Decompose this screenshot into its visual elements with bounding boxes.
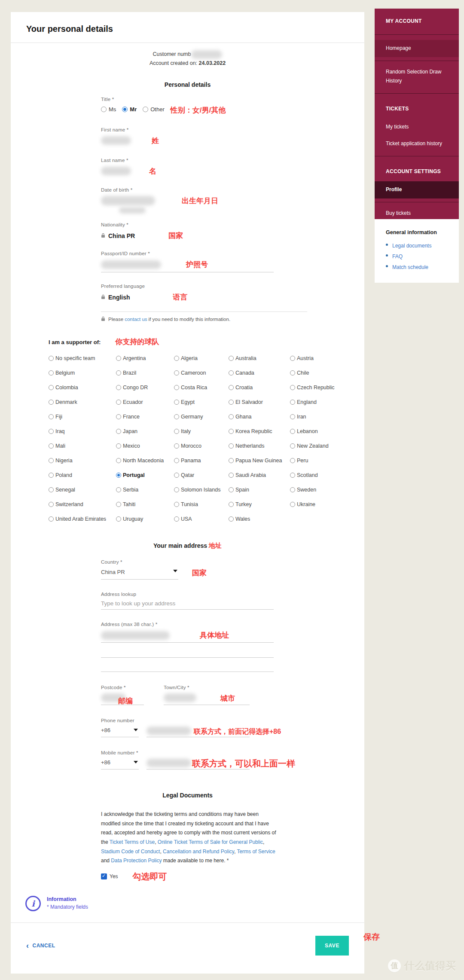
team-option-iran[interactable]: Iran [290,414,364,420]
team-option-morocco[interactable]: Morocco [174,443,229,449]
team-option-wales[interactable]: Wales [229,516,290,522]
cancel-button[interactable]: ‹ CANCEL [26,942,55,949]
sidebar-item-ticket-application-history[interactable]: Ticket application history [375,135,459,153]
save-button[interactable]: SAVE [315,936,349,956]
address-lookup-underline[interactable] [101,609,274,610]
team-option-mali[interactable]: Mali [49,443,116,449]
team-option-cameroon[interactable]: Cameroon [174,370,229,376]
team-option-australia[interactable]: Australia [229,355,290,361]
town-underline[interactable] [164,705,250,705]
address-line2-input[interactable] [101,657,274,658]
title-option-other[interactable]: Other [143,106,165,113]
team-option-papua-new-guinea[interactable]: Papua New Guinea [229,458,290,464]
team-option-poland[interactable]: Poland [49,472,116,478]
team-option-switzerland[interactable]: Switzerland [49,501,116,507]
legal-link-terms-of-service[interactable]: Terms of Service [237,849,275,855]
dob-redacted[interactable] [101,196,155,205]
team-option-ukraine[interactable]: Ukraine [290,501,364,507]
team-option-iraq[interactable]: Iraq [49,428,116,434]
team-option-united-arab-emirates[interactable]: United Arab Emirates [49,516,116,522]
team-option-ghana[interactable]: Ghana [229,414,290,420]
team-option-italy[interactable]: Italy [174,428,229,434]
general-info-link-legal-documents[interactable]: Legal documents [392,243,431,249]
team-option-czech-republic[interactable]: Czech Republic [290,385,364,391]
team-option-no-specific-team[interactable]: No specific team [49,355,116,361]
team-option-saudi-arabia[interactable]: Saudi Arabia [229,472,290,478]
sidebar-item-homepage[interactable]: Homepage [375,40,459,57]
team-option-serbia[interactable]: Serbia [116,487,174,493]
team-option-ecuador[interactable]: Ecuador [116,399,174,405]
first-name-redacted[interactable] [101,136,131,145]
general-info-link-faq[interactable]: FAQ [392,253,403,260]
sidebar-item-my-tickets[interactable]: My tickets [375,119,459,136]
legal-link-data-protection-policy[interactable]: Data Protection Policy [111,858,162,864]
address-lookup-input[interactable]: Type to look up your address [101,600,175,607]
team-option-portugal[interactable]: Portugal [116,472,174,478]
annotation-title: 性别：女/男/其他 [171,105,226,115]
team-option-new-zealand[interactable]: New Zealand [290,443,364,449]
legal-link-stadium-code-of-conduct[interactable]: Stadium Code of Conduct [101,849,160,855]
team-option-tunisia[interactable]: Tunisia [174,501,229,507]
team-option-belgium[interactable]: Belgium [49,370,116,376]
team-option-nigeria[interactable]: Nigeria [49,458,116,464]
team-option-austria[interactable]: Austria [290,355,364,361]
team-option-north-macedonia[interactable]: North Macedonia [116,458,174,464]
team-option-uruguay[interactable]: Uruguay [116,516,174,522]
passport-input-underline[interactable] [101,272,274,272]
address-input-underline[interactable] [101,642,274,643]
team-option-panama[interactable]: Panama [174,458,229,464]
team-option-argentina[interactable]: Argentina [116,355,174,361]
nationality-field: Nationality * China PR 国家 [101,222,290,241]
team-option-el-salvador[interactable]: El Salvador [229,399,290,405]
team-option-turkey[interactable]: Turkey [229,501,290,507]
team-option-qatar[interactable]: Qatar [174,472,229,478]
address-redacted[interactable] [101,631,170,640]
team-option-usa[interactable]: USA [174,516,229,522]
team-option-japan[interactable]: Japan [116,428,174,434]
team-option-netherlands[interactable]: Netherlands [229,443,290,449]
team-option-spain[interactable]: Spain [229,487,290,493]
team-option-korea-republic[interactable]: Korea Republic [229,428,290,434]
address-line3-input[interactable] [101,672,274,672]
checkbox-checked-icon[interactable] [101,873,107,879]
town-redacted[interactable] [164,693,196,702]
legal-link-ticket-terms-of-use[interactable]: Ticket Terms of Use [110,839,155,845]
team-option-germany[interactable]: Germany [174,414,229,420]
last-name-redacted[interactable] [101,167,131,175]
sidebar-item-profile[interactable]: Profile [375,181,459,198]
team-option-peru[interactable]: Peru [290,458,364,464]
team-option-egypt[interactable]: Egypt [174,399,229,405]
country-select[interactable]: China PR 国家 [101,568,178,580]
team-option-algeria[interactable]: Algeria [174,355,229,361]
team-option-congo-dr[interactable]: Congo DR [116,385,174,391]
legal-link-cancellation-and-refund-policy[interactable]: Cancellation and Refund Policy [163,849,234,855]
team-option-fiji[interactable]: Fiji [49,414,116,420]
team-option-scotland[interactable]: Scotland [290,472,364,478]
team-option-tahiti[interactable]: Tahiti [116,501,174,507]
general-info-link-match-schedule[interactable]: Match schedule [392,264,428,270]
legal-link-online-ticket-terms-of-sale-for-general-public[interactable]: Online Ticket Terms of Sale for General … [158,839,263,845]
team-option-brazil[interactable]: Brazil [116,370,174,376]
phone-code-select[interactable]: +86 [101,727,139,737]
mobile-code-select[interactable]: +86 [101,759,139,769]
team-option-colombia[interactable]: Colombia [49,385,116,391]
team-option-france[interactable]: France [116,414,174,420]
radio-icon [229,502,234,507]
title-option-mr[interactable]: Mr [122,106,137,113]
team-option-sweden[interactable]: Sweden [290,487,364,493]
team-option-costa-rica[interactable]: Costa Rica [174,385,229,391]
team-option-chile[interactable]: Chile [290,370,364,376]
team-option-denmark[interactable]: Denmark [49,399,116,405]
team-option-mexico[interactable]: Mexico [116,443,174,449]
team-option-canada[interactable]: Canada [229,370,290,376]
sidebar-item-random-selection-draw-history[interactable]: Random Selection Draw History [375,64,459,90]
team-option-senegal[interactable]: Senegal [49,487,116,493]
contact-us-link[interactable]: contact us [125,317,147,322]
team-option-england[interactable]: England [290,399,364,405]
passport-redacted[interactable] [101,260,161,269]
team-option-lebanon[interactable]: Lebanon [290,428,364,434]
team-option-solomon-islands[interactable]: Solomon Islands [174,487,229,493]
title-option-ms[interactable]: Ms [101,106,116,113]
team-option-croatia[interactable]: Croatia [229,385,290,391]
team-option-label: Egypt [181,399,195,405]
